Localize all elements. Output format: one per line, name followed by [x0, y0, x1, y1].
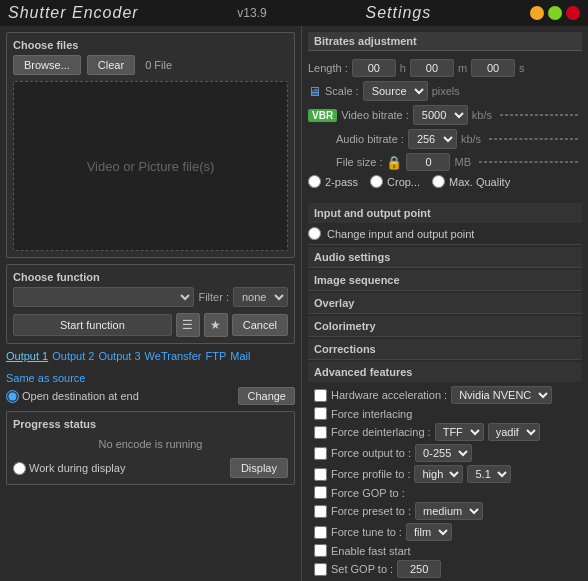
- deinterlacing-tff-select[interactable]: TFF: [435, 423, 484, 441]
- set-gop-checkbox[interactable]: [314, 563, 327, 576]
- change-dest-button[interactable]: Change: [238, 387, 295, 405]
- force-output-select[interactable]: 0-255: [415, 444, 472, 462]
- output-destination: Same as source Open destination at end C…: [6, 372, 295, 405]
- browse-button[interactable]: Browse...: [13, 55, 81, 75]
- max-quality-label: Max. Quality: [432, 175, 510, 188]
- filter-select[interactable]: none: [233, 287, 288, 307]
- io-header[interactable]: Input and output point: [308, 203, 582, 223]
- io-content: Change input and output point: [308, 223, 582, 244]
- hw-accel-select[interactable]: Nvidia NVENC: [451, 386, 552, 404]
- output-tab-wetransfer[interactable]: WeTransfer: [145, 350, 202, 362]
- force-interlacing-checkbox[interactable]: [314, 407, 327, 420]
- length-seconds-input[interactable]: [471, 59, 515, 77]
- force-gop-checkbox[interactable]: [314, 486, 327, 499]
- two-pass-radio[interactable]: [308, 175, 321, 188]
- enable-fast-start-checkbox[interactable]: [314, 544, 327, 557]
- display-button[interactable]: Display: [230, 458, 288, 478]
- mb-label: MB: [454, 156, 471, 168]
- crop-label: Crop...: [370, 175, 420, 188]
- choose-files-header: Browse... Clear 0 File: [13, 55, 288, 75]
- options-row: 2-pass Crop... Max. Quality: [308, 175, 582, 191]
- video-bitrate-select[interactable]: 5000: [413, 105, 468, 125]
- output-tab-ftp[interactable]: FTP: [205, 350, 226, 362]
- length-row: Length : h m s: [308, 59, 582, 77]
- close-button[interactable]: [566, 6, 580, 20]
- colorimetry-header[interactable]: Colorimetry: [308, 316, 582, 336]
- force-interlacing-label: Force interlacing: [331, 408, 412, 420]
- hw-accel-checkbox[interactable]: [314, 389, 327, 402]
- minimize-button[interactable]: [530, 6, 544, 20]
- bitrates-header[interactable]: Bitrates adjustment: [308, 32, 582, 51]
- audio-bitrate-row: Audio bitrate : 256 kb/s: [308, 129, 582, 149]
- length-hours-input[interactable]: [352, 59, 396, 77]
- change-io-text: Change input and output point: [327, 228, 474, 240]
- lock-icon: 🔒: [386, 155, 402, 170]
- audio-bitrate-select[interactable]: 256: [408, 129, 457, 149]
- enable-fast-start-label: Enable fast start: [331, 545, 411, 557]
- force-tune-label: Force tune to :: [331, 526, 402, 538]
- colorimetry-section: Colorimetry: [308, 316, 582, 337]
- menu-icon[interactable]: ☰: [176, 313, 200, 337]
- dest-row: Open destination at end Change: [6, 387, 295, 405]
- dash-line-2: [489, 138, 578, 140]
- force-output-row: Force output to : 0-255: [314, 444, 576, 462]
- force-preset-select[interactable]: medium: [415, 502, 483, 520]
- file-count: 0 File: [145, 59, 172, 71]
- length-minutes-input[interactable]: [410, 59, 454, 77]
- audio-settings-section: Audio settings: [308, 247, 582, 268]
- audio-kbs-label: kb/s: [461, 133, 481, 145]
- image-sequence-header[interactable]: Image sequence: [308, 270, 582, 290]
- clear-button[interactable]: Clear: [87, 55, 135, 75]
- choose-files-title: Choose files: [13, 39, 288, 51]
- maximize-button[interactable]: [548, 6, 562, 20]
- output-tab-2[interactable]: Output 2: [52, 350, 94, 362]
- audio-bitrate-label: Audio bitrate :: [308, 133, 404, 145]
- force-profile-level-select[interactable]: 5.1: [467, 465, 511, 483]
- hw-accel-label: Hardware acceleration :: [331, 389, 447, 401]
- max-quality-radio[interactable]: [432, 175, 445, 188]
- force-output-checkbox[interactable]: [314, 447, 327, 460]
- window-controls: [530, 6, 580, 20]
- open-dest-radio[interactable]: [6, 390, 19, 403]
- work-during-radio[interactable]: [13, 462, 26, 475]
- change-io-radio[interactable]: [308, 227, 321, 240]
- output-tab-3[interactable]: Output 3: [98, 350, 140, 362]
- audio-settings-header[interactable]: Audio settings: [308, 247, 582, 267]
- vbr-badge: VBR: [308, 109, 337, 122]
- function-select[interactable]: [13, 287, 194, 307]
- force-profile-checkbox[interactable]: [314, 468, 327, 481]
- work-during-label: Work during display: [13, 462, 125, 475]
- start-function-button[interactable]: Start function: [13, 314, 172, 336]
- advanced-features-header[interactable]: Advanced features: [308, 362, 582, 382]
- drop-zone-text: Video or Picture file(s): [87, 159, 215, 174]
- cancel-button[interactable]: Cancel: [232, 314, 288, 336]
- force-profile-select[interactable]: high: [414, 465, 463, 483]
- advanced-features-content: Hardware acceleration : Nvidia NVENC For…: [308, 382, 582, 581]
- file-size-input[interactable]: [406, 153, 450, 171]
- scale-select[interactable]: Source: [363, 81, 428, 101]
- set-gop-input[interactable]: [397, 560, 441, 578]
- output-tab-1[interactable]: Output 1: [6, 350, 48, 362]
- corrections-header[interactable]: Corrections: [308, 339, 582, 359]
- star-icon[interactable]: ★: [204, 313, 228, 337]
- length-label: Length :: [308, 62, 348, 74]
- force-deinterlacing-checkbox[interactable]: [314, 426, 327, 439]
- image-sequence-section: Image sequence: [308, 270, 582, 291]
- overlay-header[interactable]: Overlay: [308, 293, 582, 313]
- progress-section: Progress status No encode is running Wor…: [6, 411, 295, 485]
- same-as-source-link[interactable]: Same as source: [6, 372, 295, 384]
- force-tune-select[interactable]: film: [406, 523, 452, 541]
- deinterlacing-yadif-select[interactable]: yadif: [488, 423, 540, 441]
- output-tab-mail[interactable]: Mail: [230, 350, 250, 362]
- crop-radio[interactable]: [370, 175, 383, 188]
- left-panel: Choose files Browse... Clear 0 File Vide…: [0, 26, 302, 581]
- force-gop-row: Force GOP to :: [314, 486, 576, 499]
- filter-label: Filter :: [198, 291, 229, 303]
- force-tune-checkbox[interactable]: [314, 526, 327, 539]
- force-preset-row: Force preset to : medium: [314, 502, 576, 520]
- drop-zone[interactable]: Video or Picture file(s): [13, 81, 288, 251]
- output-tabs: Output 1 Output 2 Output 3 WeTransfer FT…: [6, 350, 295, 362]
- force-preset-checkbox[interactable]: [314, 505, 327, 518]
- choose-function-section: Choose function Filter : none Start func…: [6, 264, 295, 344]
- dash-line-3: [479, 161, 578, 163]
